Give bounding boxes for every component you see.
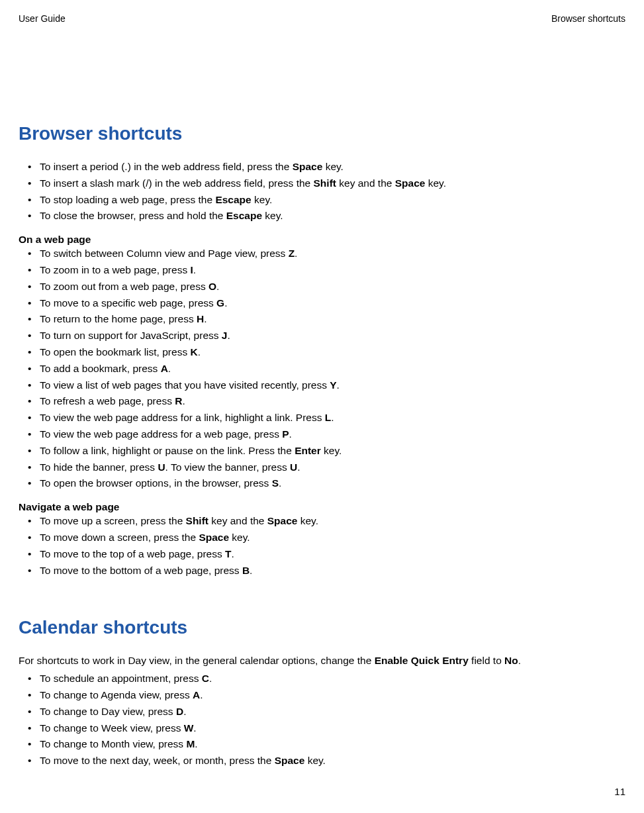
browser-general-list: To insert a period (.) in the web addres… <box>19 159 625 224</box>
header-right: Browser shortcuts <box>551 13 625 24</box>
list-item: To open the browser options, in the brow… <box>19 475 625 492</box>
list-item: To add a bookmark, press A. <box>19 361 625 377</box>
list-item: To refresh a web page, press R. <box>19 393 625 410</box>
list-item: To close the browser, press and hold the… <box>19 208 625 224</box>
calendar-list: To schedule an appointment, press C.To c… <box>19 671 625 769</box>
list-item: To stop loading a web page, press the Es… <box>19 192 625 209</box>
list-item: To turn on support for JavaScript, press… <box>19 328 625 344</box>
list-item: To switch between Column view and Page v… <box>19 246 625 262</box>
page-number: 11 <box>614 786 625 797</box>
list-item: To move to the top of a web page, press … <box>19 546 625 563</box>
list-item: To return to the home page, press H. <box>19 311 625 328</box>
list-item: To move to the bottom of a web page, pre… <box>19 563 625 579</box>
list-item: To open the bookmark list, press K. <box>19 344 625 361</box>
header-left: User Guide <box>19 13 66 24</box>
list-item: To insert a period (.) in the web addres… <box>19 159 625 175</box>
list-item: To view the web page address for a link,… <box>19 410 625 426</box>
list-item: To move down a screen, press the Space k… <box>19 530 625 546</box>
list-item: To zoom out from a web page, press O. <box>19 279 625 295</box>
list-item: To move up a screen, press the Shift key… <box>19 513 625 530</box>
list-item: To zoom in to a web page, press I. <box>19 262 625 279</box>
browser-shortcuts-title: Browser shortcuts <box>19 123 625 144</box>
list-item: To move to a specific web page, press G. <box>19 295 625 312</box>
list-item: To change to Agenda view, press A. <box>19 687 625 704</box>
page-header: User Guide Browser shortcuts <box>19 13 625 24</box>
calendar-shortcuts-title: Calendar shortcuts <box>19 617 625 638</box>
list-item: To schedule an appointment, press C. <box>19 671 625 687</box>
list-item: To change to Week view, press W. <box>19 720 625 737</box>
list-item: To change to Month view, press M. <box>19 736 625 753</box>
list-item: To view a list of web pages that you hav… <box>19 377 625 394</box>
calendar-intro: For shortcuts to work in Day view, in th… <box>19 653 625 669</box>
list-item: To move to the next day, week, or month,… <box>19 753 625 769</box>
list-item: To insert a slash mark (/) in the web ad… <box>19 175 625 192</box>
navigate-web-page-list: To move up a screen, press the Shift key… <box>19 513 625 579</box>
list-item: To hide the banner, press U. To view the… <box>19 459 625 476</box>
list-item: To follow a link, highlight or pause on … <box>19 443 625 459</box>
on-a-web-page-list: To switch between Column view and Page v… <box>19 246 625 492</box>
list-item: To view the web page address for a web p… <box>19 426 625 443</box>
navigate-web-page-label: Navigate a web page <box>19 501 625 513</box>
list-item: To change to Day view, press D. <box>19 704 625 720</box>
on-a-web-page-label: On a web page <box>19 234 625 246</box>
